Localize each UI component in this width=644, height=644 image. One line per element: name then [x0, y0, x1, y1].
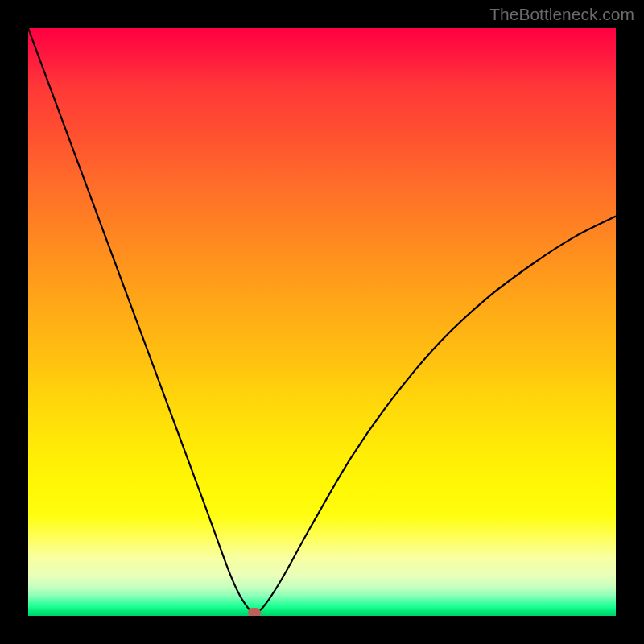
chart-frame: TheBottleneck.com	[0, 0, 644, 644]
plot-area	[28, 28, 616, 616]
watermark-text: TheBottleneck.com	[489, 5, 634, 24]
minimum-marker	[248, 608, 261, 616]
bottleneck-curve	[28, 28, 616, 616]
